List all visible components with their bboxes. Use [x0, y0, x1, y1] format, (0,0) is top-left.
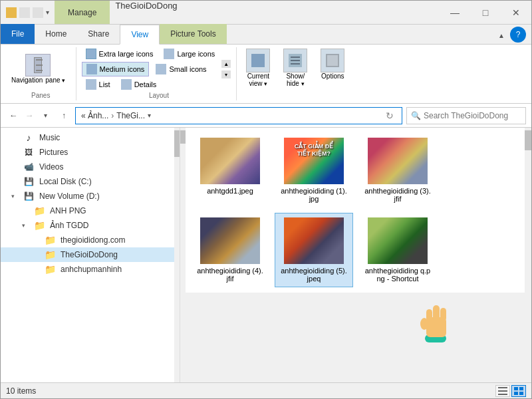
window: ▾ Manage TheGioiDoDong — □ ✕ File Home S…: [0, 0, 532, 399]
redo-icon[interactable]: [33, 7, 43, 18]
layout-scroll-up[interactable]: ▲: [221, 60, 231, 68]
sidebar-item-anh-png[interactable]: 📁 ANH PNG: [1, 203, 180, 218]
manage-tab[interactable]: Manage: [55, 1, 110, 24]
file-item-2[interactable]: anhthegioididing (3).jfif: [358, 133, 437, 207]
status-bar: 10 items: [1, 382, 531, 398]
maximize-button[interactable]: □: [470, 1, 501, 25]
extra-large-icons-btn[interactable]: Extra large icons: [82, 47, 158, 61]
details-btn[interactable]: Details: [117, 78, 161, 91]
file-area-left-scrollbar: [180, 128, 186, 382]
status-view-grid-btn[interactable]: [511, 385, 526, 397]
current-view-btn[interactable]: Current view ▾: [242, 47, 274, 88]
status-view-list-btn[interactable]: [495, 385, 510, 397]
up-button[interactable]: ↑: [57, 108, 71, 123]
sidebar-label-thegioididong: thegioididong.com: [61, 235, 125, 245]
svg-rect-4: [426, 309, 432, 321]
minimize-button[interactable]: —: [440, 1, 470, 25]
sidebar-label-music: Music: [39, 133, 60, 142]
file-thumb-3: [200, 217, 260, 264]
sidebar-item-new-volume[interactable]: ▾ 💾 New Volume (D:): [1, 189, 180, 203]
sidebar-item-pictures[interactable]: 🖼 Pictures: [1, 145, 180, 160]
tab-view[interactable]: View: [120, 25, 160, 45]
file-item-1[interactable]: CẮT GIẢM ĐỂTIẾT KIỆM? anhthegioididing (…: [275, 133, 353, 207]
undo-icon[interactable]: [19, 7, 30, 18]
tab-home[interactable]: Home: [35, 24, 77, 44]
extra-large-icon: [86, 49, 96, 59]
tab-picture-tools[interactable]: Picture Tools: [160, 24, 226, 44]
anh-tgdd-expand-icon: ▾: [19, 221, 27, 229]
sidebar-item-anhchupmanhinh[interactable]: 📁 anhchupmanhinh: [1, 262, 180, 277]
dropdown-icon[interactable]: ▾: [46, 9, 49, 16]
file-item-0[interactable]: anhtgdd1.jpeg: [191, 133, 269, 207]
file-name-4: anhthegioididing (5).jpeq: [281, 267, 347, 283]
file-scroll-thumb[interactable]: [525, 130, 531, 150]
svg-rect-2: [433, 305, 440, 321]
tab-file[interactable]: File: [1, 24, 35, 44]
ribbon-expand-icon[interactable]: ▲: [498, 32, 505, 39]
nav-pane-dropdown-icon: ▾: [62, 77, 65, 84]
main-content: ♪ Music 🖼 Pictures 📹 Videos 💾 Local Disk…: [1, 128, 531, 382]
file-name-3: anhthegioididing (4).jfif: [197, 267, 263, 283]
path-dropdown-icon[interactable]: ▾: [148, 112, 151, 119]
small-icons-btn[interactable]: Small icons: [152, 63, 210, 76]
layout-scroll-down[interactable]: ▾: [221, 70, 231, 78]
show-hide-label: Show/ hide ▾: [286, 72, 305, 87]
large-icons-btn[interactable]: Large icons: [160, 47, 219, 61]
refresh-icon[interactable]: ↻: [383, 109, 396, 122]
close-button[interactable]: ✕: [501, 1, 531, 25]
file-item-4[interactable]: anhthegioididing (5).jpeq: [275, 213, 353, 287]
options-btn[interactable]: Options: [317, 47, 348, 81]
medium-icons-icon: [86, 64, 97, 74]
options-label: Options: [321, 72, 344, 80]
search-input[interactable]: [424, 111, 521, 120]
layout-inner: Extra large icons Large icons Medium ico…: [82, 47, 231, 91]
svg-rect-10: [519, 387, 523, 390]
sidebar-item-videos[interactable]: 📹 Videos: [1, 160, 180, 174]
sidebar-item-thegioididong-selected[interactable]: 📁 TheGioiDoDong: [1, 247, 180, 262]
file-item-3[interactable]: anhthegioididing (4).jfif: [191, 213, 269, 287]
file-name-5: anhthegioididing q.png - Shortcut: [364, 267, 431, 283]
ribbon-tabs: File Home Share View Picture Tools ▲ ?: [1, 25, 531, 45]
videos-expand-icon: [9, 163, 17, 171]
forward-button[interactable]: →: [22, 108, 37, 123]
address-bar: ← → ▾ ↑ « Ảnh... › TheGi... ▾ ↻ 🔍: [1, 104, 531, 128]
thegioididong-selected-expand-icon: [30, 251, 38, 259]
file-name-0: anhtgdd1.jpeg: [207, 187, 253, 195]
new-volume-icon: 💾: [23, 191, 34, 201]
sidebar-scrollbar[interactable]: [174, 128, 180, 382]
current-view-icon: [246, 49, 270, 72]
file-item-5[interactable]: anhthegioididing q.png - Shortcut: [358, 213, 437, 287]
nav-pane-button[interactable]: Navigation pane ▾: [6, 51, 70, 87]
dropdown-recent-button[interactable]: ▾: [38, 108, 53, 123]
sidebar-scrollbar-thumb[interactable]: [174, 130, 180, 157]
help-button[interactable]: ?: [510, 27, 526, 43]
back-button[interactable]: ←: [6, 108, 21, 123]
pictures-expand-icon: [9, 148, 17, 156]
sidebar-item-thegioididong[interactable]: 📁 thegioididong.com: [1, 233, 180, 247]
medium-icons-btn[interactable]: Medium icons: [82, 62, 150, 76]
music-expand-icon: [9, 134, 17, 142]
anhchupmanhinh-icon: 📁: [45, 264, 55, 275]
ribbon-content: Navigation pane ▾ Panes Extra large ico: [1, 45, 531, 104]
sidebar-label-pictures: Pictures: [39, 148, 68, 157]
file-left-scroll-thumb[interactable]: [180, 130, 186, 144]
layout-row-3: List Details: [82, 78, 219, 91]
file-area: anhtgdd1.jpeg CẮT GIẢM ĐỂTIẾT KIỆM? anht…: [180, 128, 531, 293]
current-view-label: Current view ▾: [247, 72, 269, 87]
file-name-2: anhthegioididing (3).jfif: [364, 187, 431, 203]
anh-png-icon: 📁: [34, 205, 45, 216]
search-box[interactable]: 🔍: [406, 107, 526, 124]
tab-share[interactable]: Share: [77, 24, 120, 44]
show-hide-btn[interactable]: Show/ hide ▾: [279, 47, 311, 88]
file-area-scrollbar[interactable]: [525, 128, 531, 382]
sidebar-item-local-disk[interactable]: 💾 Local Disk (C:): [1, 174, 180, 189]
sidebar-item-music[interactable]: ♪ Music: [1, 130, 180, 145]
sidebar-item-anh-tgdd[interactable]: ▾ 📁 Ảnh TGDD: [1, 218, 180, 233]
manage-label: Manage: [68, 8, 96, 17]
svg-rect-8: [498, 394, 507, 395]
pictures-icon: 🖼: [23, 147, 34, 158]
layout-group: Extra large icons Large icons Medium ico…: [82, 47, 237, 100]
address-path[interactable]: « Ảnh... › TheGi... ▾ ↻: [75, 107, 402, 124]
list-btn[interactable]: List: [82, 78, 114, 91]
thegioididong-com-icon: 📁: [45, 235, 55, 245]
